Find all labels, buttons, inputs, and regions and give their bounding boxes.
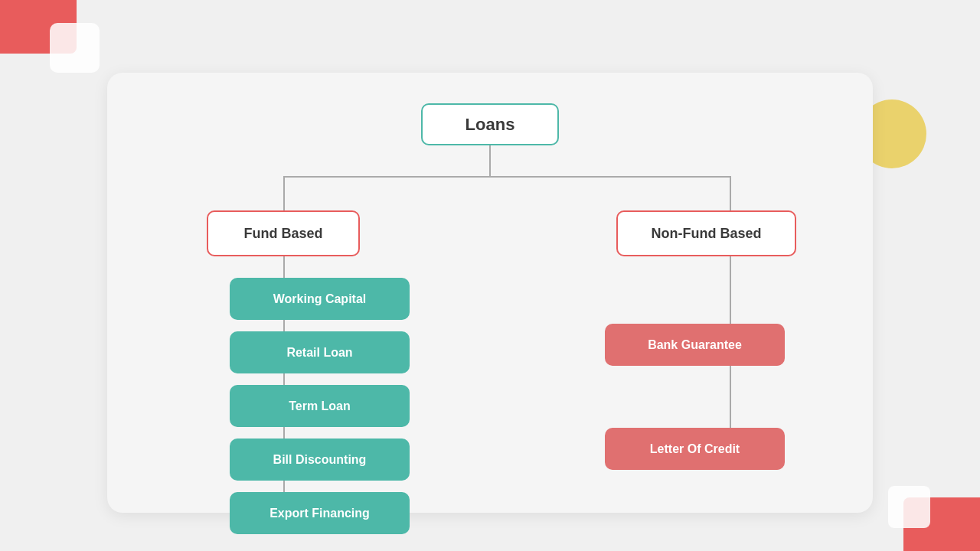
deco-bottom-right-white [888, 486, 930, 528]
line-nonfund-down [730, 176, 731, 210]
export-financing-box: Export Financing [230, 492, 410, 534]
term-loan-label: Term Loan [289, 399, 351, 413]
main-card: Loans Fund Based Non-Fund Based Working … [107, 73, 873, 513]
letter-of-credit-label: Letter Of Credit [650, 442, 740, 456]
loans-label: Loans [466, 115, 515, 135]
working-capital-box: Working Capital [230, 278, 410, 320]
bank-guarantee-label: Bank Guarantee [648, 338, 742, 352]
bill-discounting-label: Bill Discounting [273, 453, 367, 467]
export-financing-label: Export Financing [270, 507, 370, 520]
loans-box: Loans [421, 103, 559, 145]
non-fund-label: Non-Fund Based [652, 226, 762, 242]
line-fund-down [283, 176, 285, 210]
line-horizontal-top [283, 176, 731, 178]
diagram-container: Loans Fund Based Non-Fund Based Working … [107, 73, 873, 513]
bill-discounting-box: Bill Discounting [230, 439, 410, 481]
term-loan-box: Term Loan [230, 385, 410, 427]
retail-loan-box: Retail Loan [230, 331, 410, 373]
non-fund-box: Non-Fund Based [616, 210, 796, 256]
fund-based-label: Fund Based [243, 226, 322, 242]
letter-of-credit-box: Letter Of Credit [605, 428, 785, 470]
retail-loan-label: Retail Loan [286, 346, 352, 360]
fund-based-box: Fund Based [207, 210, 360, 256]
deco-top-left-white [50, 23, 100, 73]
line-loans-down [489, 145, 491, 176]
working-capital-label: Working Capital [273, 292, 367, 306]
bank-guarantee-box: Bank Guarantee [605, 324, 785, 366]
